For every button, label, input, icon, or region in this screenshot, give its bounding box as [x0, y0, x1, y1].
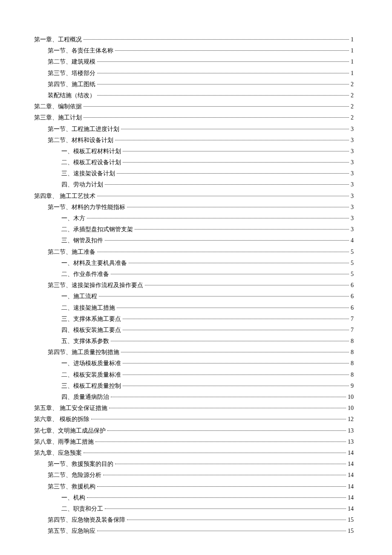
toc-entry-label: 一、机构 [61, 492, 85, 503]
toc-entry-page: 14 [348, 470, 354, 480]
toc-entry: 第四节、施工图纸2 [34, 79, 354, 90]
toc-leader-dots [87, 497, 346, 498]
toc-entry-label: 第二章、编制依据 [34, 101, 82, 112]
toc-entry: 二、承插型盘扣式钢管支架3 [34, 224, 354, 235]
toc-entry: 二、速接架施工措施6 [34, 302, 354, 313]
toc-entry-page: 3 [351, 191, 354, 201]
toc-entry-label: 三、模板工程质量控制 [61, 381, 121, 391]
toc-entry: 第一章、工程概况1 [34, 34, 354, 45]
toc-leader-dots [111, 341, 349, 341]
toc-entry: 二、模板工程设备计划3 [34, 157, 354, 168]
toc-leader-dots [97, 531, 346, 531]
toc-entry-page: 4 [351, 235, 354, 246]
toc-entry-page: 6 [351, 302, 354, 313]
toc-entry-page: 15 [348, 526, 354, 536]
toc-entry-page: 6 [351, 291, 354, 302]
toc-entry: 第五章、 施工安全保证措施10 [34, 403, 354, 413]
toc-entry-page: 5 [351, 269, 354, 279]
toc-entry: 第六章、 模板的拆除12 [34, 414, 354, 424]
toc-entry: 第四节、应急物资及装备保障15 [34, 514, 354, 525]
toc-entry: 二、职责和分工14 [34, 503, 354, 514]
toc-leader-dots [97, 84, 349, 84]
toc-entry-page: 3 [351, 179, 354, 190]
toc-entry-label: 一、进场模板质量标准 [61, 358, 121, 369]
toc-entry-page: 9 [351, 381, 354, 391]
toc-leader-dots [97, 73, 349, 73]
toc-leader-dots [109, 408, 346, 408]
toc-leader-dots [103, 475, 346, 475]
toc-leader-dots [105, 184, 349, 185]
toc-entry: 第二节、材料和设备计划3 [34, 135, 354, 145]
toc-entry: 第七章、文明施工成品保护13 [34, 425, 354, 436]
toc-entry-label: 二、模板安装质量标准 [61, 369, 121, 380]
toc-leader-dots [107, 430, 346, 431]
toc-entry-page: 14 [348, 447, 354, 458]
toc-entry-page: 2 [351, 90, 354, 101]
toc-leader-dots [97, 196, 349, 196]
toc-entry-label: 第五章、 施工安全保证措施 [34, 403, 107, 413]
toc-leader-dots [145, 285, 349, 285]
toc-leader-dots [123, 319, 349, 319]
table-of-contents: 第一章、工程概况1第一节、各责任主体名称1第二节、建筑规模1第三节、塔楼部分1第… [34, 34, 354, 536]
toc-entry: 第二章、编制依据2 [34, 101, 354, 112]
toc-entry: 第九章、应急预案14 [34, 447, 354, 458]
toc-entry-label: 第二节、建筑规模 [48, 56, 95, 67]
toc-entry-label: 第一节、救援预案的目的 [48, 459, 113, 469]
toc-leader-dots [121, 129, 349, 129]
toc-entry-page: 8 [351, 369, 354, 380]
toc-leader-dots [123, 151, 349, 151]
toc-entry-page: 13 [348, 436, 354, 447]
toc-entry-label: 第九章、应急预案 [34, 447, 82, 458]
toc-leader-dots [105, 240, 349, 241]
toc-entry-page: 14 [348, 459, 354, 469]
toc-leader-dots [127, 520, 346, 520]
toc-entry-label: 三、支撑体系施工要点 [61, 314, 121, 324]
toc-entry: 三、支撑体系施工要点7 [34, 314, 354, 324]
toc-entry: 三、速接架设备计划3 [34, 168, 354, 179]
toc-leader-dots [97, 252, 349, 252]
toc-entry-page: 13 [348, 425, 354, 436]
toc-entry-label: 第三节、塔楼部分 [48, 68, 95, 78]
toc-entry-page: 10 [348, 403, 354, 413]
toc-entry-page: 14 [348, 492, 354, 503]
toc-entry-label: 二、职责和分工 [61, 503, 103, 514]
toc-leader-dots [123, 363, 349, 363]
toc-entry-page: 1 [351, 68, 354, 78]
toc-leader-dots [84, 106, 349, 107]
toc-entry-label: 第四节、应急物资及装备保障 [48, 514, 125, 525]
toc-entry-label: 一、木方 [61, 213, 85, 224]
toc-entry: 一、施工流程6 [34, 291, 354, 302]
toc-entry: 第五节、应急响应15 [34, 526, 354, 536]
toc-entry-page: 8 [351, 358, 354, 369]
toc-entry-page: 3 [351, 224, 354, 235]
toc-entry: 四、质量通病防治10 [34, 392, 354, 402]
toc-entry: 一、材料及主要机具准备5 [34, 258, 354, 268]
toc-leader-dots [105, 509, 346, 509]
toc-entry-page: 14 [348, 503, 354, 514]
toc-entry: 第二节、施工准备5 [34, 247, 354, 257]
toc-leader-dots [121, 352, 349, 352]
toc-entry-label: 第二节、材料和设备计划 [48, 135, 113, 145]
toc-leader-dots [115, 140, 349, 140]
toc-entry: 一、模板工程材料计划3 [34, 146, 354, 157]
toc-leader-dots [84, 117, 349, 118]
toc-entry: 第一节、工程施工进度计划3 [34, 124, 354, 134]
toc-leader-dots [115, 50, 349, 51]
toc-entry-label: 第六章、 模板的拆除 [34, 414, 89, 424]
toc-entry-label: 第二节、危险源分析 [48, 470, 101, 480]
toc-entry: 第八章、雨季施工措施13 [34, 436, 354, 447]
toc-entry-label: 第三章、施工计划 [34, 112, 82, 123]
toc-leader-dots [99, 296, 349, 296]
toc-leader-dots [129, 263, 349, 263]
toc-leader-dots [115, 464, 346, 464]
toc-entry-page: 3 [351, 157, 354, 168]
toc-leader-dots [95, 442, 346, 442]
toc-entry-page: 5 [351, 258, 354, 268]
toc-entry: 装配结施（结改）2 [34, 90, 354, 101]
toc-entry: 第一节、材料的力学性能指标3 [34, 202, 354, 212]
toc-entry: 四、劳动力计划3 [34, 179, 354, 190]
toc-leader-dots [97, 61, 349, 62]
toc-entry-label: 第三节、速接架操作流程及操作要点 [48, 280, 143, 291]
toc-entry: 第三章、施工计划2 [34, 112, 354, 123]
toc-entry-label: 三、钢管及扣件 [61, 235, 103, 246]
